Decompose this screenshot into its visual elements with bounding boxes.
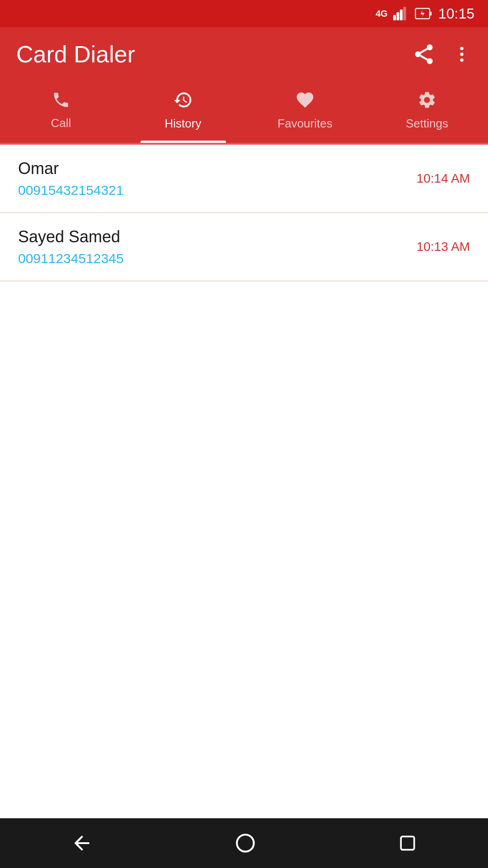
- svg-point-7: [415, 52, 421, 57]
- history-icon: [173, 90, 193, 113]
- back-button[interactable]: [70, 832, 93, 854]
- tab-bar: Call History Favourites Settings: [0, 81, 488, 145]
- history-item[interactable]: Sayed Samed 00911234512345 10:13 AM: [0, 213, 488, 281]
- settings-icon: [417, 90, 437, 113]
- navigation-bar: [0, 818, 488, 868]
- tab-settings[interactable]: Settings: [366, 81, 488, 143]
- back-icon: [70, 832, 93, 854]
- svg-point-13: [460, 58, 463, 61]
- contact-number: 00915432154321: [18, 183, 124, 198]
- call-time: 10:14 AM: [417, 171, 470, 186]
- signal-icon: [393, 5, 409, 22]
- svg-point-14: [237, 835, 254, 852]
- svg-rect-3: [403, 7, 406, 20]
- network-type-label: 4G: [375, 9, 388, 19]
- history-list: Omar 00915432154321 10:14 AM Sayed Samed…: [0, 145, 488, 281]
- status-time: 10:15: [438, 5, 474, 22]
- tab-settings-label: Settings: [406, 117, 448, 131]
- app-bar-actions: [412, 42, 472, 66]
- battery-icon: [415, 5, 433, 22]
- heart-icon: [295, 90, 315, 113]
- history-item-info: Sayed Samed 00911234512345: [18, 227, 124, 266]
- recent-apps-button[interactable]: [398, 833, 418, 853]
- tab-history-label: History: [165, 117, 202, 131]
- app-bar: Card Dialer: [0, 27, 488, 81]
- svg-point-6: [427, 44, 433, 50]
- svg-rect-1: [396, 12, 399, 20]
- svg-line-9: [421, 56, 427, 60]
- contact-name: Omar: [18, 159, 124, 178]
- recent-icon: [398, 833, 418, 853]
- svg-rect-15: [401, 836, 414, 849]
- tab-favourites-label: Favourites: [277, 117, 332, 131]
- tab-call-label: Call: [51, 116, 71, 130]
- home-button[interactable]: [234, 832, 257, 854]
- svg-line-10: [421, 49, 427, 53]
- svg-rect-0: [393, 15, 396, 20]
- svg-point-8: [427, 58, 433, 64]
- share-icon: [412, 42, 436, 66]
- tab-favourites[interactable]: Favourites: [244, 81, 366, 143]
- svg-rect-2: [400, 9, 403, 20]
- svg-point-11: [460, 47, 463, 50]
- more-icon: [452, 44, 472, 64]
- app-title: Card Dialer: [16, 41, 412, 68]
- history-item[interactable]: Omar 00915432154321 10:14 AM: [0, 145, 488, 213]
- share-button[interactable]: [412, 42, 436, 66]
- svg-rect-5: [430, 12, 432, 16]
- home-icon: [234, 832, 257, 854]
- tab-call[interactable]: Call: [0, 81, 122, 143]
- status-bar: 4G 10:15: [0, 0, 488, 27]
- history-item-info: Omar 00915432154321: [18, 159, 124, 198]
- contact-number: 00911234512345: [18, 251, 124, 266]
- phone-icon: [52, 90, 70, 113]
- call-time: 10:13 AM: [417, 240, 470, 254]
- svg-point-12: [460, 52, 463, 56]
- tab-history[interactable]: History: [122, 81, 244, 143]
- status-icons: 4G 10:15: [375, 5, 474, 22]
- contact-name: Sayed Samed: [18, 227, 124, 246]
- more-options-button[interactable]: [452, 44, 472, 64]
